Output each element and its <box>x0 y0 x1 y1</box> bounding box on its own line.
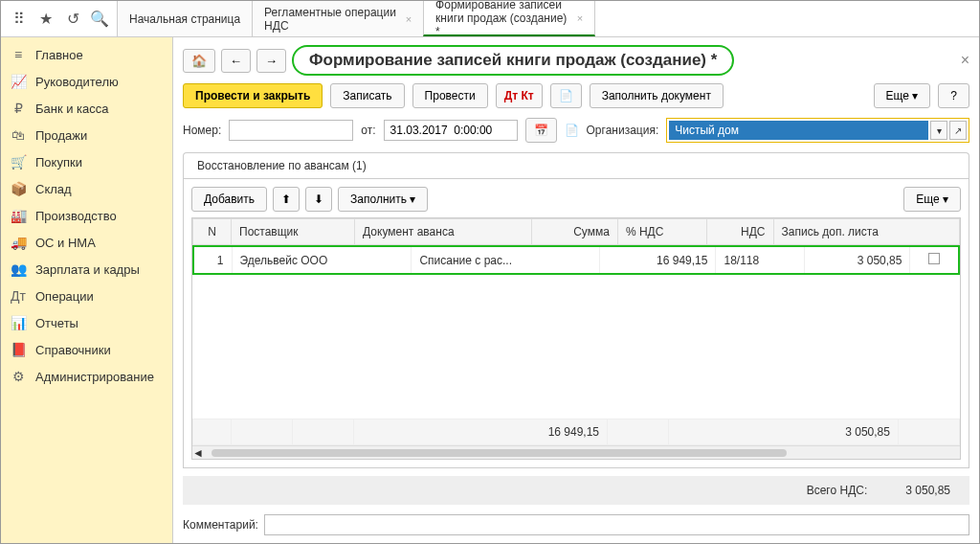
save-button[interactable]: Записать <box>330 83 404 108</box>
sidebar-item-manager[interactable]: 📈Руководителю <box>1 68 172 95</box>
currency-icon: ₽ <box>11 101 26 116</box>
tab-vat[interactable]: Регламентные операции НДС× <box>252 1 424 36</box>
col-advance-doc[interactable]: Документ аванса <box>355 219 532 245</box>
sidebar-item-purchases[interactable]: 🛒Покупки <box>1 148 172 175</box>
dtkt-button[interactable]: Дт Кт <box>496 83 543 108</box>
tab-strip: Начальная страница Регламентные операции… <box>118 1 595 36</box>
sidebar-item-production[interactable]: 🏭Производство <box>1 202 172 229</box>
col-addl[interactable]: Запись доп. листа <box>773 219 959 245</box>
table-row[interactable]: 1 Эдельвейс ООО Списание с рас... 16 949… <box>193 246 959 274</box>
doc-icon: 📄 <box>565 124 579 137</box>
dtkt-icon: Дт <box>11 288 26 304</box>
org-label: Организация: <box>587 124 659 137</box>
sidebar-item-admin[interactable]: ⚙Администрирование <box>1 363 172 390</box>
totals-label: Всего НДС: <box>807 484 868 497</box>
col-vat-rate[interactable]: % НДС <box>617 219 706 245</box>
move-up-button[interactable]: ⬆ <box>273 187 300 212</box>
sidebar-item-catalogs[interactable]: 📕Справочники <box>1 336 172 363</box>
fill-button[interactable]: Заполнить ▾ <box>338 187 428 212</box>
add-button[interactable]: Добавить <box>191 187 267 212</box>
more-button[interactable]: Еще ▾ <box>874 83 931 108</box>
sidebar-item-warehouse[interactable]: 📦Склад <box>1 175 172 202</box>
totals-value: 3 050,85 <box>905 484 950 497</box>
menu-icon: ≡ <box>11 47 26 62</box>
history-icon[interactable]: ↺ <box>60 7 85 32</box>
top-icon-group: ⠿ ★ ↺ 🔍 <box>1 1 118 36</box>
sidebar-item-bank[interactable]: ₽Банк и касса <box>1 95 172 122</box>
box-icon: 📦 <box>11 181 26 196</box>
col-supplier[interactable]: Поставщик <box>232 219 355 245</box>
fill-doc-button[interactable]: Заполнить документ <box>590 83 724 108</box>
close-button[interactable]: × <box>961 52 969 69</box>
number-label: Номер: <box>183 124 221 137</box>
main-content: 🏠 ← → Формирование записей книги продаж … <box>173 37 979 543</box>
open-button[interactable]: ↗ <box>949 121 967 140</box>
sidebar-item-sales[interactable]: 🛍Продажи <box>1 122 172 148</box>
factory-icon: 🏭 <box>11 208 26 223</box>
number-input[interactable] <box>229 120 353 141</box>
close-icon[interactable]: × <box>406 13 412 25</box>
sidebar-item-reports[interactable]: 📊Отчеты <box>1 309 172 336</box>
truck-icon: 🚚 <box>11 235 26 250</box>
dropdown-button[interactable]: ▾ <box>930 121 947 140</box>
sidebar: ≡Главное 📈Руководителю ₽Банк и касса 🛍Пр… <box>1 37 173 543</box>
book-icon: 📕 <box>11 342 26 357</box>
star-icon[interactable]: ★ <box>33 7 58 32</box>
people-icon: 👥 <box>11 261 26 277</box>
comment-label: Комментарий: <box>183 518 258 532</box>
col-n[interactable]: N <box>193 219 232 245</box>
back-button[interactable]: ← <box>221 49 251 73</box>
gear-icon: ⚙ <box>11 369 26 384</box>
tab-current[interactable]: Формирование записей книги продаж (созда… <box>423 1 595 36</box>
print-button[interactable]: 📄 <box>550 83 582 108</box>
post-button[interactable]: Провести <box>412 83 488 108</box>
close-icon[interactable]: × <box>577 12 583 24</box>
table-footer: 16 949,15 3 050,85 <box>193 419 960 445</box>
sidebar-item-assets[interactable]: 🚚ОС и НМА <box>1 229 172 256</box>
bag-icon: 🛍 <box>11 127 26 143</box>
tab-home[interactable]: Начальная страница <box>117 1 253 36</box>
totals-bar: Всего НДС: 3 050,85 <box>183 476 969 505</box>
sidebar-item-payroll[interactable]: 👥Зарплата и кадры <box>1 256 172 283</box>
post-close-button[interactable]: Провести и закрыть <box>183 83 323 108</box>
chart-icon: 📈 <box>11 74 26 89</box>
h-scrollbar[interactable]: ◄ <box>192 445 960 459</box>
inner-tab[interactable]: Восстановление по авансам (1) <box>183 152 969 178</box>
move-down-button[interactable]: ⬇ <box>305 187 332 212</box>
col-sum[interactable]: Сумма <box>531 219 617 245</box>
search-icon[interactable]: 🔍 <box>87 7 112 32</box>
comment-input[interactable] <box>264 514 969 535</box>
page-title: Формирование записей книги продаж (созда… <box>292 45 734 76</box>
calendar-button[interactable]: 📅 <box>525 118 557 143</box>
org-input[interactable] <box>669 121 928 140</box>
sidebar-item-operations[interactable]: ДтОперации <box>1 283 172 309</box>
sidebar-item-main[interactable]: ≡Главное <box>1 41 172 68</box>
cart-icon: 🛒 <box>11 154 26 170</box>
col-vat[interactable]: НДС <box>706 219 773 245</box>
top-bar: ⠿ ★ ↺ 🔍 Начальная страница Регламентные … <box>1 1 979 37</box>
apps-icon[interactable]: ⠿ <box>7 7 32 32</box>
forward-button[interactable]: → <box>256 49 286 73</box>
bars-icon: 📊 <box>11 315 26 330</box>
date-input[interactable] <box>384 120 518 141</box>
grid-more-button[interactable]: Еще ▾ <box>903 187 961 212</box>
home-button[interactable]: 🏠 <box>183 49 215 73</box>
help-button[interactable]: ? <box>938 83 969 108</box>
checkbox[interactable] <box>928 253 940 264</box>
from-label: от: <box>361 124 375 137</box>
